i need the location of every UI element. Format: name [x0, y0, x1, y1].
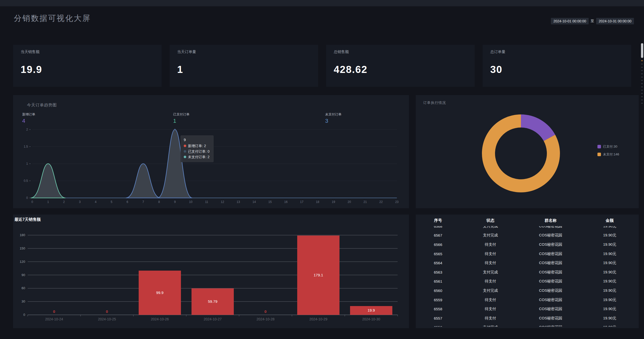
table-cell: 待支付 [460, 261, 520, 265]
stat-value: 19.9 [21, 64, 42, 75]
dashboard-page: 分销数据可视化大屏 2024-10-01 00:00:00 至 2024-10-… [0, 0, 644, 339]
svg-text:4: 4 [95, 200, 97, 204]
stat-value: 1 [177, 64, 183, 75]
scrollbar-marker [641, 93, 643, 94]
table-cell: 19.90元 [581, 279, 639, 284]
table-row: 6558待支付COS秘密花园19.90元 [416, 304, 639, 314]
table-cell: 19.90元 [581, 242, 639, 247]
svg-text:2024-10-24: 2024-10-24 [45, 317, 63, 321]
svg-text:2024-10-30: 2024-10-30 [362, 317, 380, 321]
svg-text:0: 0 [264, 309, 267, 314]
top-bar [0, 0, 644, 6]
tooltip-row-label: 新增订单: 2 [188, 143, 206, 149]
table-cell: 待支付 [460, 279, 520, 284]
table-cell: 6559 [416, 298, 460, 302]
scrollbar-marker [641, 87, 643, 87]
table-cell: COS秘密花园 [520, 325, 581, 327]
table-cell: 待支付 [460, 316, 520, 321]
table-row: 6556支付完成COS秘密花园19.90元 [416, 323, 639, 327]
svg-text:99.9: 99.9 [156, 290, 163, 295]
svg-text:10: 10 [189, 200, 193, 204]
table-cell: COS秘密花园 [520, 226, 581, 229]
svg-text:2: 2 [63, 200, 65, 204]
svg-text:2: 2 [26, 128, 28, 131]
svg-text:9: 9 [174, 200, 176, 204]
orders-table: 序号状态群名称金额 6568支付完成COS秘密花园19.90元6567支付完成C… [416, 215, 639, 328]
table-row: 6568支付完成COS秘密花园19.90元 [416, 226, 639, 231]
table-cell: 19.90元 [581, 261, 639, 265]
date-start-input[interactable]: 2024-10-01 00:00:00 [551, 18, 589, 24]
page-scrollbar[interactable] [640, 6, 644, 339]
svg-text:1: 1 [26, 162, 28, 165]
table-cell: COS秘密花园 [520, 251, 581, 256]
table-cell: 支付完成 [460, 288, 520, 293]
table-cell: 支付完成 [460, 325, 520, 327]
table-cell: 6563 [416, 270, 460, 274]
table-row: 6564待支付COS秘密花园19.90元 [416, 258, 639, 268]
last-7-days-sales-panel: 最近7天销售额 03060901201501802024-10-2402024-… [13, 215, 409, 328]
scrollbar-marker [641, 64, 643, 64]
svg-text:12: 12 [221, 200, 224, 204]
table-cell: 待支付 [460, 298, 520, 302]
tooltip-row-label: 已支付订单: 0 [188, 149, 210, 154]
scrollbar-thumb[interactable] [641, 43, 643, 58]
table-cell: COS秘密花园 [520, 298, 581, 302]
series-dot-icon [184, 150, 186, 153]
svg-text:2024-10-29: 2024-10-29 [309, 317, 327, 321]
table-cell: 19.90元 [581, 307, 639, 311]
table-cell: COS秘密花园 [520, 288, 581, 293]
table-cell: COS秘密花园 [520, 242, 581, 247]
table-cell: 6568 [416, 226, 460, 228]
table-cell: 6560 [416, 288, 460, 293]
stat-value: 428.62 [334, 64, 367, 75]
tooltip-row: 新增订单: 2 [184, 143, 210, 149]
sales-bar-chart[interactable]: 03060901201501802024-10-2402024-10-25020… [13, 215, 409, 328]
date-end-input[interactable]: 2024-10-31 00:00:00 [596, 18, 634, 24]
series-dot-icon [184, 156, 186, 158]
svg-text:180: 180 [20, 233, 25, 237]
svg-text:5: 5 [111, 200, 112, 204]
table-row: 6561待支付COS秘密花园19.90元 [416, 277, 639, 286]
legend-item-已支付[interactable]: 已支付:30 [597, 144, 619, 149]
orders-table-panel: 序号状态群名称金额 6568支付完成COS秘密花园19.90元6567支付完成C… [416, 215, 639, 328]
stat-label: 当天销售额 [21, 50, 40, 54]
table-cell: 6567 [416, 233, 460, 237]
stat-label: 总订单量 [490, 50, 505, 54]
svg-text:0: 0 [31, 200, 33, 204]
table-row: 6559待支付COS秘密花园19.90元 [416, 295, 639, 305]
legend-item-未支付[interactable]: 未支付:146 [597, 152, 619, 157]
orders-table-header-cell: 序号 [416, 218, 460, 223]
table-row: 6567支付完成COS秘密花园19.90元 [416, 231, 639, 240]
table-cell: 19.90元 [581, 298, 639, 302]
table-cell: 6561 [416, 279, 460, 283]
svg-text:120: 120 [20, 260, 25, 264]
stat-label: 当天订单量 [177, 50, 196, 54]
table-cell: COS秘密花园 [520, 270, 581, 275]
svg-text:6: 6 [127, 200, 128, 204]
svg-text:11: 11 [205, 200, 208, 204]
legend-swatch-icon [597, 145, 601, 148]
table-row: 6563支付完成COS秘密花园19.90元 [416, 268, 639, 277]
today-order-trend-panel: 今天订单趋势图 新增订单4已支付订单1未支付订单3 00.511.5201234… [13, 95, 409, 208]
svg-text:19: 19 [332, 200, 335, 204]
legend-label: 已支付:30 [603, 144, 617, 149]
svg-text:30: 30 [22, 300, 25, 303]
svg-text:18: 18 [316, 200, 319, 204]
tooltip-title: 9 [184, 138, 210, 142]
donut-legend: 已支付:30未支付:146 [597, 144, 619, 157]
svg-text:13: 13 [237, 200, 240, 204]
scrollbar-marker [641, 70, 643, 71]
table-cell: COS秘密花园 [520, 307, 581, 311]
svg-text:3: 3 [79, 200, 81, 204]
table-cell: COS秘密花园 [520, 233, 581, 238]
svg-text:15: 15 [268, 200, 272, 204]
scrollbar-marker [641, 100, 643, 100]
svg-text:2024-10-26: 2024-10-26 [151, 317, 169, 321]
tooltip-row-label: 未支付订单: 2 [188, 154, 210, 160]
stat-card-today-sales: 当天销售额 19.9 [13, 45, 162, 87]
table-row: 6565待支付COS秘密花园19.90元 [416, 249, 639, 259]
stat-card-total-orders: 总订单量 30 [483, 45, 631, 87]
series-dot-icon [184, 145, 186, 147]
table-cell: 6566 [416, 242, 460, 247]
table-cell: 19.90元 [581, 316, 639, 321]
